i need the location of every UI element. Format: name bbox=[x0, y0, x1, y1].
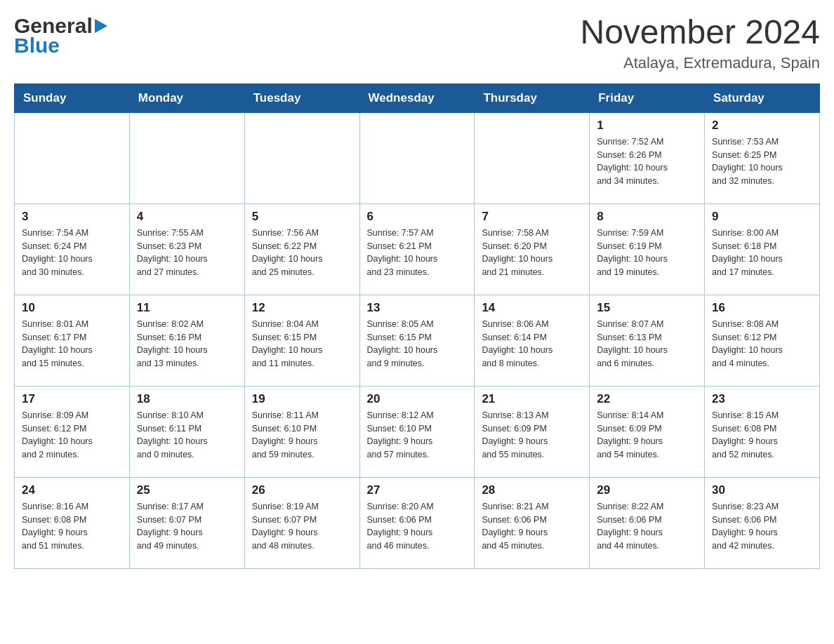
calendar-cell: 17Sunrise: 8:09 AM Sunset: 6:12 PM Dayli… bbox=[15, 386, 130, 477]
day-number: 27 bbox=[367, 483, 468, 497]
logo: General Blue bbox=[14, 14, 107, 58]
calendar-cell bbox=[15, 112, 130, 203]
day-number: 9 bbox=[712, 210, 812, 224]
day-info: Sunrise: 8:17 AM Sunset: 6:07 PM Dayligh… bbox=[137, 500, 237, 553]
day-number: 23 bbox=[712, 392, 812, 406]
calendar-cell bbox=[359, 112, 475, 203]
day-info: Sunrise: 7:56 AM Sunset: 6:22 PM Dayligh… bbox=[252, 227, 352, 279]
calendar-cell: 4Sunrise: 7:55 AM Sunset: 6:23 PM Daylig… bbox=[129, 203, 244, 295]
day-info: Sunrise: 8:23 AM Sunset: 6:06 PM Dayligh… bbox=[712, 500, 812, 553]
day-info: Sunrise: 8:06 AM Sunset: 6:14 PM Dayligh… bbox=[482, 318, 582, 370]
day-number: 21 bbox=[482, 392, 582, 406]
day-number: 7 bbox=[482, 210, 582, 224]
day-number: 22 bbox=[597, 392, 697, 406]
day-number: 12 bbox=[252, 301, 352, 315]
calendar-cell: 26Sunrise: 8:19 AM Sunset: 6:07 PM Dayli… bbox=[244, 477, 359, 568]
day-number: 18 bbox=[137, 392, 237, 406]
day-info: Sunrise: 7:53 AM Sunset: 6:25 PM Dayligh… bbox=[712, 135, 812, 188]
day-info: Sunrise: 7:52 AM Sunset: 6:26 PM Dayligh… bbox=[597, 135, 697, 188]
calendar-header-tuesday: Tuesday bbox=[244, 83, 359, 112]
page-header: General Blue November 2024 Atalaya, Extr… bbox=[14, 14, 820, 72]
day-number: 14 bbox=[482, 301, 582, 315]
day-info: Sunrise: 8:00 AM Sunset: 6:18 PM Dayligh… bbox=[712, 227, 812, 279]
day-number: 17 bbox=[22, 392, 122, 406]
day-number: 19 bbox=[252, 392, 352, 406]
day-info: Sunrise: 8:10 AM Sunset: 6:11 PM Dayligh… bbox=[137, 409, 237, 462]
calendar-cell bbox=[475, 112, 590, 203]
calendar-cell: 16Sunrise: 8:08 AM Sunset: 6:12 PM Dayli… bbox=[705, 295, 820, 386]
day-info: Sunrise: 8:09 AM Sunset: 6:12 PM Dayligh… bbox=[22, 409, 122, 462]
calendar-cell: 29Sunrise: 8:22 AM Sunset: 6:06 PM Dayli… bbox=[590, 477, 705, 568]
logo-arrow-icon bbox=[95, 19, 107, 33]
day-number: 24 bbox=[22, 483, 122, 497]
title-block: November 2024 Atalaya, Extremadura, Spai… bbox=[580, 14, 820, 72]
day-number: 15 bbox=[597, 301, 697, 315]
day-info: Sunrise: 8:21 AM Sunset: 6:06 PM Dayligh… bbox=[482, 500, 582, 553]
logo-blue-text: Blue bbox=[14, 34, 60, 58]
day-number: 3 bbox=[22, 210, 122, 224]
day-number: 16 bbox=[712, 301, 812, 315]
week-row-3: 10Sunrise: 8:01 AM Sunset: 6:17 PM Dayli… bbox=[15, 295, 820, 386]
day-number: 4 bbox=[137, 210, 237, 224]
calendar-cell: 10Sunrise: 8:01 AM Sunset: 6:17 PM Dayli… bbox=[15, 295, 130, 386]
day-number: 20 bbox=[367, 392, 468, 406]
day-info: Sunrise: 7:55 AM Sunset: 6:23 PM Dayligh… bbox=[137, 227, 237, 279]
calendar-cell: 2Sunrise: 7:53 AM Sunset: 6:25 PM Daylig… bbox=[705, 112, 820, 203]
day-info: Sunrise: 8:01 AM Sunset: 6:17 PM Dayligh… bbox=[22, 318, 122, 370]
calendar-cell: 6Sunrise: 7:57 AM Sunset: 6:21 PM Daylig… bbox=[359, 203, 475, 295]
day-info: Sunrise: 8:15 AM Sunset: 6:08 PM Dayligh… bbox=[712, 409, 812, 462]
day-number: 2 bbox=[712, 119, 812, 133]
calendar-cell: 12Sunrise: 8:04 AM Sunset: 6:15 PM Dayli… bbox=[244, 295, 359, 386]
day-number: 8 bbox=[597, 210, 697, 224]
day-info: Sunrise: 8:20 AM Sunset: 6:06 PM Dayligh… bbox=[367, 500, 468, 553]
day-number: 10 bbox=[22, 301, 122, 315]
day-info: Sunrise: 8:08 AM Sunset: 6:12 PM Dayligh… bbox=[712, 318, 812, 370]
day-info: Sunrise: 7:58 AM Sunset: 6:20 PM Dayligh… bbox=[482, 227, 582, 279]
month-title: November 2024 bbox=[580, 14, 820, 51]
day-info: Sunrise: 8:07 AM Sunset: 6:13 PM Dayligh… bbox=[597, 318, 697, 370]
calendar-cell: 9Sunrise: 8:00 AM Sunset: 6:18 PM Daylig… bbox=[705, 203, 820, 295]
calendar-cell: 11Sunrise: 8:02 AM Sunset: 6:16 PM Dayli… bbox=[129, 295, 244, 386]
day-info: Sunrise: 7:59 AM Sunset: 6:19 PM Dayligh… bbox=[597, 227, 697, 279]
day-info: Sunrise: 8:04 AM Sunset: 6:15 PM Dayligh… bbox=[252, 318, 352, 370]
day-number: 13 bbox=[367, 301, 468, 315]
calendar-cell: 30Sunrise: 8:23 AM Sunset: 6:06 PM Dayli… bbox=[705, 477, 820, 568]
day-number: 26 bbox=[252, 483, 352, 497]
day-info: Sunrise: 8:05 AM Sunset: 6:15 PM Dayligh… bbox=[367, 318, 468, 370]
day-info: Sunrise: 8:19 AM Sunset: 6:07 PM Dayligh… bbox=[252, 500, 352, 553]
calendar-header-row: SundayMondayTuesdayWednesdayThursdayFrid… bbox=[15, 83, 820, 112]
week-row-1: 1Sunrise: 7:52 AM Sunset: 6:26 PM Daylig… bbox=[15, 112, 820, 203]
location-title: Atalaya, Extremadura, Spain bbox=[580, 54, 820, 72]
calendar-cell: 8Sunrise: 7:59 AM Sunset: 6:19 PM Daylig… bbox=[590, 203, 705, 295]
calendar-header-saturday: Saturday bbox=[705, 83, 820, 112]
day-info: Sunrise: 8:22 AM Sunset: 6:06 PM Dayligh… bbox=[597, 500, 697, 553]
day-info: Sunrise: 8:14 AM Sunset: 6:09 PM Dayligh… bbox=[597, 409, 697, 462]
day-info: Sunrise: 8:13 AM Sunset: 6:09 PM Dayligh… bbox=[482, 409, 582, 462]
calendar-cell: 24Sunrise: 8:16 AM Sunset: 6:08 PM Dayli… bbox=[15, 477, 130, 568]
calendar-cell: 27Sunrise: 8:20 AM Sunset: 6:06 PM Dayli… bbox=[359, 477, 475, 568]
calendar-cell: 20Sunrise: 8:12 AM Sunset: 6:10 PM Dayli… bbox=[359, 386, 475, 477]
day-info: Sunrise: 8:02 AM Sunset: 6:16 PM Dayligh… bbox=[137, 318, 237, 370]
calendar-cell bbox=[129, 112, 244, 203]
day-info: Sunrise: 8:11 AM Sunset: 6:10 PM Dayligh… bbox=[252, 409, 352, 462]
calendar-cell: 3Sunrise: 7:54 AM Sunset: 6:24 PM Daylig… bbox=[15, 203, 130, 295]
day-number: 6 bbox=[367, 210, 468, 224]
calendar-header-monday: Monday bbox=[129, 83, 244, 112]
day-number: 1 bbox=[597, 119, 697, 133]
calendar-header-wednesday: Wednesday bbox=[359, 83, 475, 112]
calendar-cell: 28Sunrise: 8:21 AM Sunset: 6:06 PM Dayli… bbox=[475, 477, 590, 568]
day-info: Sunrise: 7:57 AM Sunset: 6:21 PM Dayligh… bbox=[367, 227, 468, 279]
day-number: 29 bbox=[597, 483, 697, 497]
calendar-cell: 18Sunrise: 8:10 AM Sunset: 6:11 PM Dayli… bbox=[129, 386, 244, 477]
day-info: Sunrise: 7:54 AM Sunset: 6:24 PM Dayligh… bbox=[22, 227, 122, 279]
calendar-cell: 15Sunrise: 8:07 AM Sunset: 6:13 PM Dayli… bbox=[590, 295, 705, 386]
calendar-header-friday: Friday bbox=[590, 83, 705, 112]
calendar-cell: 21Sunrise: 8:13 AM Sunset: 6:09 PM Dayli… bbox=[475, 386, 590, 477]
calendar-cell: 13Sunrise: 8:05 AM Sunset: 6:15 PM Dayli… bbox=[359, 295, 475, 386]
calendar-cell bbox=[244, 112, 359, 203]
calendar-cell: 19Sunrise: 8:11 AM Sunset: 6:10 PM Dayli… bbox=[244, 386, 359, 477]
calendar-cell: 22Sunrise: 8:14 AM Sunset: 6:09 PM Dayli… bbox=[590, 386, 705, 477]
day-number: 5 bbox=[252, 210, 352, 224]
calendar-cell: 5Sunrise: 7:56 AM Sunset: 6:22 PM Daylig… bbox=[244, 203, 359, 295]
calendar-cell: 1Sunrise: 7:52 AM Sunset: 6:26 PM Daylig… bbox=[590, 112, 705, 203]
